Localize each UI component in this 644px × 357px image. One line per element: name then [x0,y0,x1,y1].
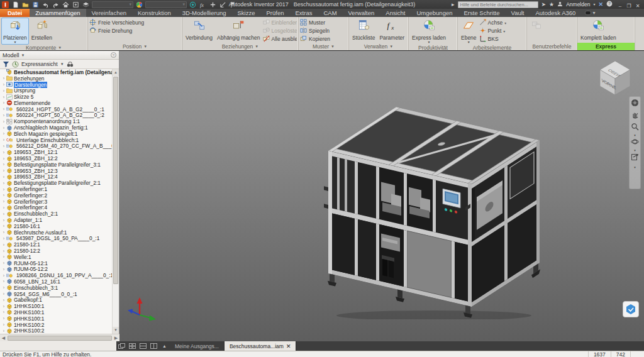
tree-node[interactable]: ›Skizze 5 [0,94,113,100]
split-horizontal-icon[interactable] [138,341,148,351]
panel-caption[interactable]: Komponente▼ [0,45,87,51]
close-tab-icon[interactable]: ✕ [286,343,291,349]
tree-node[interactable]: ›Darstellungen [0,82,113,88]
panel-caption[interactable]: Produktivität [409,45,457,51]
expander-icon[interactable]: › [1,175,6,179]
tree-node[interactable]: ›543987_DGSL_16_50_PA____0_:1 [0,236,113,242]
tree-node[interactable]: ›Beziehungen [0,75,113,82]
sign-in-label[interactable]: Anmelden [566,1,590,8]
flag-icon[interactable] [229,1,237,8]
expander-icon[interactable]: › [1,150,6,155]
tab-pr-fen[interactable]: Prüfen [261,9,290,17]
dropdown-caret-icon[interactable]: ▾ [468,41,470,43]
expander-icon[interactable]: › [1,298,6,302]
signin-caret-icon[interactable]: ▾ [593,3,595,6]
expander-icon[interactable]: › [1,187,6,192]
tree-node[interactable]: ›pHHKS100:1 [0,316,113,322]
tree-node[interactable]: ›RJUM-05-12:1 [0,260,113,266]
open-file-icon[interactable] [21,1,30,8]
screencast-icon[interactable]: ▾ [585,9,595,17]
tree-node[interactable]: ›RJUM-05-12:2 [0,266,113,273]
color-wheel-icon[interactable] [135,1,143,8]
tree-node[interactable]: ›Gabelkopf:1 [0,297,113,303]
expander-icon[interactable]: › [1,261,6,265]
home-icon[interactable] [62,1,70,8]
tree-node[interactable]: ›Befestigungsplatte Parallelgreifer_3:1 [0,162,113,168]
3d-viewport[interactable]: VORNE OBEN ▾▾▾ [119,51,644,341]
tab-vereinfachen[interactable]: Vereinfachen [86,9,132,17]
tab-umgebungen[interactable]: Umgebungen [411,9,458,17]
expander-icon[interactable]: › [1,157,6,161]
tree-node[interactable]: ›Anschlagblech Magazin_fertig:1 [0,124,113,131]
tree-vertical-scrollbar[interactable]: ▲ ▼ [112,69,119,334]
document-tab[interactable]: Meine Ausgangs... [170,341,225,351]
panel-caption[interactable]: Benutzerbefehle [527,43,577,50]
panel-caret-icon[interactable]: ▼ [58,46,62,50]
view-mode-caret-icon[interactable]: ▼ [60,62,64,66]
appearance-dropdown[interactable]: ▾ [145,1,187,8]
dropdown-caret-icon[interactable]: ▾ [503,29,505,33]
tree-node[interactable]: ›Greiferfinger:4 [0,205,113,211]
tab-ansicht[interactable]: Ansicht [380,9,411,17]
split-vertical-icon[interactable] [148,341,159,351]
tree-node[interactable]: ›6058_LBN_12_16:1 [0,278,113,285]
navbar-options-caret-icon[interactable]: ▾ [634,166,636,168]
vertical-scroll-thumb[interactable] [113,77,118,284]
tree-node[interactable]: ›1HHKS100:2 [0,322,113,328]
tree-node[interactable]: ›Befestigungsplatte Parallelgreifer_2:1 [0,180,113,186]
expander-icon[interactable]: › [1,316,6,321]
tree-node[interactable]: ›189653_ZBH_12:4 [0,174,113,180]
help-icon[interactable]: ? [606,1,613,8]
bks-button[interactable]: BKS [479,35,507,43]
freie-verschiebung-button[interactable]: Freie Verschiebung [89,19,144,26]
user-icon[interactable] [557,1,563,8]
dropdown-caret-icon[interactable]: ▾ [504,21,506,25]
tree-node[interactable]: ›Greiferfinger:3 [0,199,113,205]
ebene-button[interactable]: Ebene▾ [459,18,479,45]
expander-icon[interactable]: › [1,82,6,87]
tree-node[interactable]: ›560224_HGPT_50_A_B_G2____0_:2 [0,113,113,119]
tree-node[interactable]: ›Elementenende [0,100,113,106]
3d-model-machine[interactable] [311,99,550,319]
send-icon[interactable]: ➤ [541,2,547,8]
measure-icon[interactable] [219,1,227,8]
tree-node[interactable]: ›Blech Magazin gespiegelt:1 [0,131,113,137]
tab-extras[interactable]: Extras [290,9,318,17]
tree-node[interactable]: ›Greiferfinger:2 [0,192,113,199]
adjust-icon[interactable] [189,1,197,8]
tree-node[interactable]: ›566212_DSM_40_270_CC_FW_A_B___0_:1 [0,143,113,150]
expander-icon[interactable]: › [1,138,6,142]
expander-icon[interactable]: › [1,329,6,333]
freie-drehung-button[interactable]: Freie Drehung [89,27,144,35]
expander-icon[interactable]: › [1,126,6,130]
tree-node[interactable]: ›560224_HGPT_50_A_B_G2____0_:1 [0,106,113,113]
tab-vault[interactable]: Vault [506,9,530,17]
tab-erste-schritte[interactable]: Erste Schritte [458,9,506,17]
expander-icon[interactable]: › [1,304,6,309]
st-ckliste-button[interactable]: Stückliste [350,18,377,43]
look-at-icon[interactable] [631,152,639,163]
layers-icon[interactable] [82,1,90,8]
tree-root-node[interactable]: Beschussautomat fertig.iam (Detailgenaui… [0,69,113,75]
horizontal-scroll-thumb[interactable] [8,336,112,341]
user-commands-button[interactable] [528,18,545,43]
expander-icon[interactable]: › [1,168,6,173]
dropdown-caret-icon[interactable]: ▾ [428,41,430,43]
expander-icon[interactable]: › [1,322,6,327]
tree-node[interactable]: ›1908266_DSNU_16_10_PPV_A____0_:1 [0,272,113,278]
tab-verwalten[interactable]: Verwalten [343,9,380,17]
tree-node[interactable]: ›1HHKS100:1 [0,303,113,309]
abh-ngig-machen-button[interactable]: Abhängig machen [215,18,262,43]
tree-node[interactable]: ›Welle:1 [0,254,113,260]
expander-icon[interactable]: › [1,236,6,241]
tab-cam[interactable]: CAM [318,9,342,17]
dropdown-caret-icon[interactable]: ▾ [14,41,16,43]
tree-node[interactable]: ›21580-12:1 [0,241,113,248]
tree-node[interactable]: ›21580-16:1 [0,223,113,229]
tree-node[interactable]: ›Einschubblech_2:1 [0,211,113,217]
scroll-down-icon[interactable]: ▼ [113,327,119,334]
tree-node[interactable]: ›Unterlage Einschubblech:1 [0,137,113,143]
new-file-icon[interactable] [11,1,19,8]
verbindung-button[interactable]: Verbindung [184,18,214,43]
view-cube[interactable]: VORNE OBEN [594,56,639,99]
